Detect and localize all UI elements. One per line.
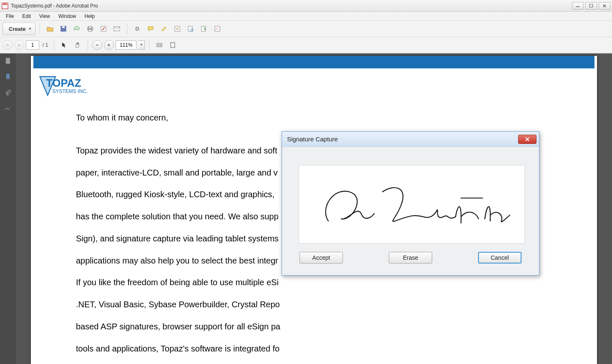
menu-file[interactable]: File xyxy=(2,13,18,20)
dialog-titlebar[interactable]: Signature Capture xyxy=(282,132,539,147)
svg-rect-7 xyxy=(88,30,92,31)
signatures-panel-icon[interactable] xyxy=(3,103,13,113)
email-icon[interactable] xyxy=(111,23,123,35)
dialog-title: Signature Capture xyxy=(287,136,338,143)
page-up-button[interactable] xyxy=(3,40,13,50)
svg-point-11 xyxy=(137,28,138,30)
window-titlebar: TopazSystems.pdf - Adobe Acrobat Pro xyxy=(0,0,612,12)
cancel-button[interactable]: Cancel xyxy=(478,252,521,264)
comment-icon[interactable] xyxy=(145,23,156,35)
header-bar xyxy=(33,56,594,68)
svg-rect-20 xyxy=(6,58,10,64)
edit-icon[interactable] xyxy=(98,23,109,35)
svg-text:TOPAZ: TOPAZ xyxy=(46,77,81,89)
dialog-button-row: Accept Erase Cancel xyxy=(282,252,539,264)
close-window-button[interactable] xyxy=(599,2,610,10)
open-icon[interactable] xyxy=(44,23,56,35)
svg-text:SYSTEMS INC.: SYSTEMS INC. xyxy=(53,88,88,94)
menu-window[interactable]: Window xyxy=(54,13,81,20)
bookmarks-icon[interactable] xyxy=(3,72,13,82)
window-title: TopazSystems.pdf - Adobe Acrobat Pro xyxy=(11,3,98,9)
fit-page-icon[interactable] xyxy=(167,39,179,51)
gear-icon[interactable] xyxy=(131,23,143,35)
stamp-icon[interactable] xyxy=(171,23,183,35)
chevron-down-icon: ▼ xyxy=(28,27,32,31)
signature-capture-dialog: Signature Capture Accept Erase Cancel xyxy=(282,131,539,276)
print-icon[interactable] xyxy=(84,23,96,35)
menu-view[interactable]: View xyxy=(35,13,54,20)
side-panel xyxy=(0,53,16,364)
save-icon[interactable] xyxy=(58,23,69,35)
fit-width-icon[interactable] xyxy=(154,39,165,51)
selection-tool-icon[interactable] xyxy=(58,39,70,51)
menu-help[interactable]: Help xyxy=(81,13,99,20)
page-down-button[interactable] xyxy=(14,40,24,50)
create-label: Create xyxy=(9,26,25,32)
svg-rect-17 xyxy=(215,26,220,31)
zoom-in-button[interactable] xyxy=(104,40,114,50)
doc-salutation: To whom it may concern, xyxy=(76,112,597,123)
minimize-button[interactable] xyxy=(572,2,584,10)
accept-button[interactable]: Accept xyxy=(300,252,343,264)
title-appname: Adobe Acrobat Pro xyxy=(56,3,98,9)
highlight-icon[interactable] xyxy=(158,23,170,35)
dialog-close-button[interactable] xyxy=(518,135,536,144)
zoom-dropdown-button[interactable]: ▼ xyxy=(138,40,145,50)
svg-rect-4 xyxy=(62,26,65,28)
svg-point-13 xyxy=(176,28,179,30)
app-icon xyxy=(2,3,8,9)
cloud-icon[interactable] xyxy=(71,23,83,35)
menu-edit[interactable]: Edit xyxy=(18,13,35,20)
zoom-level-input[interactable] xyxy=(116,40,136,50)
zoom-out-button[interactable] xyxy=(92,40,102,50)
title-filename: TopazSystems.pdf xyxy=(11,3,52,9)
create-button[interactable]: Create ▼ xyxy=(3,23,35,35)
export-icon[interactable] xyxy=(198,23,210,35)
page-total: / 1 xyxy=(43,42,48,48)
attachments-icon[interactable] xyxy=(3,88,13,98)
topaz-logo: TOPAZ SYSTEMS INC. xyxy=(37,73,99,98)
page-number-input[interactable] xyxy=(26,40,39,50)
navigation-toolbar: / 1 ▼ xyxy=(0,37,612,53)
hand-tool-icon[interactable] xyxy=(72,39,83,51)
erase-button[interactable]: Erase xyxy=(389,252,432,264)
svg-rect-1 xyxy=(589,4,593,7)
main-toolbar: Create ▼ xyxy=(0,21,612,37)
menu-bar: File Edit View Window Help xyxy=(0,12,612,21)
svg-rect-6 xyxy=(88,26,92,28)
signature-canvas[interactable] xyxy=(299,165,525,244)
maximize-button[interactable] xyxy=(585,2,597,10)
page-thumbnails-icon[interactable] xyxy=(3,56,13,66)
search-document-icon[interactable] xyxy=(185,23,196,35)
sign-icon[interactable] xyxy=(212,23,223,35)
